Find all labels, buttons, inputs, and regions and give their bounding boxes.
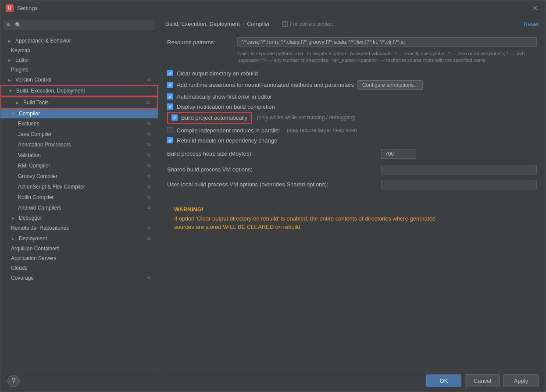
sidebar-item-label: Arquillian Containers [11,246,154,252]
checkbox-rebuild-module[interactable] [167,137,173,143]
close-button[interactable]: ✕ [529,3,540,13]
option-label-auto-show-error: Automatically show first error in editor [177,93,272,100]
sidebar-item-deployment[interactable]: ► Deployment ⧉ [0,233,158,244]
sidebar-item-label: Debugger [19,215,154,221]
sidebar-item-android-compilers[interactable]: Android Compilers ⧉ [0,203,158,213]
help-button[interactable]: ? [7,375,20,387]
sidebar-item-label: Application Servers [11,255,154,261]
option-label-add-runtime: Add runtime assertions for notnull-annot… [177,82,354,88]
breadcrumb-current: Compiler [247,21,270,27]
panel-content: Resource patterns: Use ; to separate pat… [158,31,546,370]
sidebar-item-annotation-processors[interactable]: Annotation Processors ⧉ [0,139,158,150]
checkbox-compile-parallel[interactable] [167,127,173,133]
search-box [0,16,158,34]
sidebar-item-coverage[interactable]: Coverage ⧉ [0,273,158,283]
checkbox-build-auto[interactable] [171,114,178,121]
breadcrumb-parent: Build, Execution, Deployment [165,21,240,27]
option-label-display-notification: Display notification on build completion [177,103,275,110]
heap-size-input[interactable] [381,149,416,159]
option-label-build-auto: Build project automatically [181,114,247,121]
warning-text: If option 'Clear output directory on reb… [174,214,530,232]
sidebar-item-arquillian[interactable]: Arquillian Containers [0,244,158,253]
breadcrumb: Build, Execution, Deployment › Compiler … [165,21,333,27]
checkbox-display-notification[interactable] [167,103,173,110]
copy-icon: ⧉ [147,162,154,169]
resource-patterns-input[interactable] [237,37,537,47]
sidebar-item-label: Appearance & Behavior [15,38,154,44]
sidebar-item-rmi-compiler[interactable]: RMI Compiler ⧉ [0,160,158,171]
sidebar-item-excludes[interactable]: Excludes ⧉ [0,118,158,129]
sidebar-item-actionscript-compiler[interactable]: ActionScript & Flex Compiler ⧉ [0,182,158,192]
main-panel: Build, Execution, Deployment › Compiler … [158,16,546,370]
option-compile-parallel: Compile independent modules in parallel … [167,125,537,135]
sidebar-item-compiler[interactable]: ▼ Compiler [0,109,158,118]
dialog-body: ► Appearance & Behavior Keymap ► Editor … [0,16,546,370]
for-project-text: For current project [290,21,333,27]
sidebar-item-java-compiler[interactable]: Java Compiler ⧉ [0,129,158,139]
sidebar-item-build-exec-deploy[interactable]: ▼ Build, Execution, Deployment [0,85,158,96]
arrow-icon: ► [7,58,14,63]
apply-button[interactable]: Apply [503,374,539,387]
sidebar-item-keymap[interactable]: Keymap [0,46,158,55]
sidebar-item-debugger[interactable]: ► Debugger [0,213,158,223]
for-project-label: For current project [282,21,333,27]
arrow-icon: ▼ [11,111,17,116]
sidebar-item-version-control[interactable]: ► Version Control ⧉ [0,75,158,85]
user-vm-row: User-local build process VM options (ove… [167,177,537,192]
checkbox-clear-output[interactable] [167,70,173,76]
sidebar-item-build-tools[interactable]: ► Build Tools ⧉ [0,96,158,109]
sidebar-item-label: Editor [15,57,154,63]
shared-vm-input[interactable] [381,165,537,175]
sidebar-item-app-servers[interactable]: Application Servers [0,253,158,263]
cancel-button[interactable]: Cancel [465,374,500,387]
reset-button[interactable]: Reset [524,21,539,27]
resource-input-wrap [237,37,537,47]
checkbox-add-runtime[interactable] [167,82,173,88]
sidebar-item-label: Excludes [18,121,146,127]
sidebar-item-label: RMI Compiler [18,163,146,169]
sidebar-item-appearance[interactable]: ► Appearance & Behavior [0,36,158,46]
breadcrumb-separator: › [243,21,244,27]
titlebar: U Settings ✕ [0,0,546,16]
arrow-icon: ▼ [8,89,14,93]
sidebar-item-label: ActionScript & Flex Compiler [18,184,146,190]
sidebar-item-label: Keymap [11,47,154,53]
build-auto-note: (only works while not running / debuggin… [257,114,356,121]
arrow-icon: ► [11,236,17,241]
copy-icon: ⧉ [147,235,154,242]
sidebar-item-plugins[interactable]: Plugins [0,65,158,75]
resource-hint: Use ; to separate patterns and ! to nega… [238,50,537,64]
sidebar-item-label: Coverage [11,275,146,281]
arrow-icon: ► [11,216,17,221]
option-label-compile-parallel: Compile independent modules in parallel [177,127,280,134]
sidebar-item-remote-jar-repos[interactable]: Remote Jar Repositories ⧉ [0,223,158,233]
sidebar-item-label: Build Tools [23,100,145,106]
sidebar-item-label: Kotlin Compiler [18,194,146,200]
sidebar-item-clouds[interactable]: Clouds [0,263,158,273]
app-icon: U [6,4,14,12]
user-vm-label: User-local build process VM options (ove… [167,181,378,188]
sidebar-item-label: Plugins [11,67,154,73]
user-vm-input[interactable] [381,180,537,189]
sidebar-item-groovy-compiler[interactable]: Groovy Compiler ⧉ [0,171,158,182]
configure-annotations-button[interactable]: Configure annotations... [357,80,423,90]
resource-patterns-label: Resource patterns: [167,37,237,46]
panel-header: Build, Execution, Deployment › Compiler … [158,16,546,31]
sidebar-tree: ► Appearance & Behavior Keymap ► Editor … [0,34,158,370]
sidebar-item-kotlin-compiler[interactable]: Kotlin Compiler ⧉ [0,192,158,203]
sidebar-item-label: Android Compilers [18,205,146,211]
search-input[interactable] [4,20,154,30]
sidebar: ► Appearance & Behavior Keymap ► Editor … [0,16,158,370]
sidebar-item-label: Build, Execution, Deployment [16,88,153,94]
sidebar-item-editor[interactable]: ► Editor [0,55,158,65]
action-buttons: OK Cancel Apply [426,374,539,387]
sidebar-item-validation[interactable]: Validation ⧉ [0,150,158,160]
ok-button[interactable]: OK [426,374,461,387]
sidebar-item-label: Remote Jar Repositories [11,225,146,231]
search-wrapper [4,20,154,30]
arrow-icon: ► [15,100,21,105]
checkbox-auto-show-error[interactable] [167,93,173,100]
warning-title: WARNING! [174,206,530,213]
sidebar-item-label: Deployment [19,235,146,242]
copy-icon: ⧉ [146,99,153,106]
